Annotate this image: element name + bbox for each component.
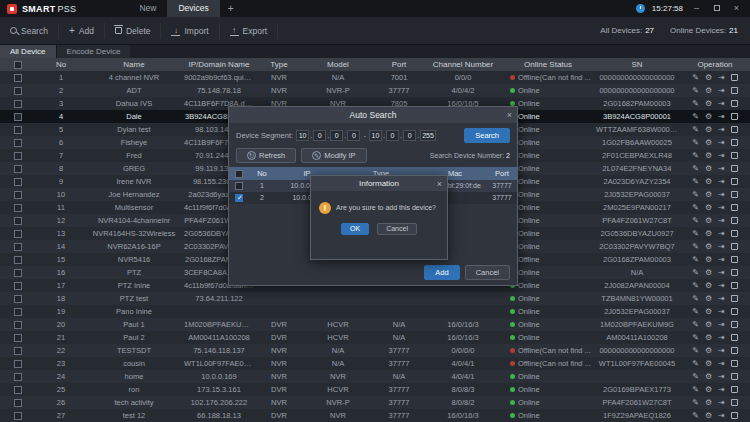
- edit-icon[interactable]: ✎: [692, 99, 699, 108]
- logout-icon[interactable]: ⇥: [718, 216, 725, 225]
- settings-icon[interactable]: ⚙: [705, 242, 712, 251]
- settings-icon[interactable]: ⚙: [705, 307, 712, 316]
- logout-icon[interactable]: ⇥: [718, 333, 725, 342]
- delete-icon[interactable]: [731, 230, 738, 237]
- delete-icon[interactable]: [731, 100, 738, 107]
- logout-icon[interactable]: ⇥: [718, 112, 725, 121]
- cancel-button[interactable]: Cancel: [377, 223, 417, 235]
- row-checkbox[interactable]: [14, 412, 22, 420]
- close-icon[interactable]: ×: [507, 107, 512, 123]
- delete-icon[interactable]: [731, 399, 738, 406]
- logout-icon[interactable]: ⇥: [718, 151, 725, 160]
- import-button[interactable]: ↓Import: [161, 23, 219, 39]
- logout-icon[interactable]: ⇥: [718, 346, 725, 355]
- settings-icon[interactable]: ⚙: [705, 190, 712, 199]
- tab-encode-device[interactable]: Encode Device: [56, 45, 131, 58]
- edit-icon[interactable]: ✎: [692, 268, 699, 277]
- settings-icon[interactable]: ⚙: [705, 73, 712, 82]
- delete-icon[interactable]: [731, 373, 738, 380]
- delete-icon[interactable]: [731, 191, 738, 198]
- logout-icon[interactable]: ⇥: [718, 268, 725, 277]
- settings-icon[interactable]: ⚙: [705, 164, 712, 173]
- delete-icon[interactable]: [731, 87, 738, 94]
- segment-search-button[interactable]: Search: [464, 128, 510, 143]
- logout-icon[interactable]: ⇥: [718, 255, 725, 264]
- logout-icon[interactable]: ⇥: [718, 203, 725, 212]
- row-checkbox[interactable]: [14, 256, 22, 264]
- cancel-search-button[interactable]: Cancel: [465, 265, 510, 280]
- settings-icon[interactable]: ⚙: [705, 203, 712, 212]
- settings-icon[interactable]: ⚙: [705, 359, 712, 368]
- edit-icon[interactable]: ✎: [692, 216, 699, 225]
- refresh-button[interactable]: ↻Refresh: [236, 148, 296, 163]
- row-checkbox[interactable]: [14, 126, 22, 134]
- row-checkbox[interactable]: [14, 165, 22, 173]
- delete-icon[interactable]: [731, 386, 738, 393]
- settings-icon[interactable]: ⚙: [705, 125, 712, 134]
- table-row[interactable]: 21Paul 2AM00411A100208DVRHCVRN/A16/0/16/…: [0, 331, 750, 344]
- ip-octet-input[interactable]: 0: [313, 130, 326, 141]
- edit-icon[interactable]: ✎: [692, 346, 699, 355]
- edit-icon[interactable]: ✎: [692, 190, 699, 199]
- delete-icon[interactable]: [731, 282, 738, 289]
- row-checkbox[interactable]: [14, 282, 22, 290]
- table-row[interactable]: 18PTZ test73.64.211.122OnlineTZB4MN81YW0…: [0, 292, 750, 305]
- close-button[interactable]: ×: [730, 0, 743, 17]
- edit-icon[interactable]: ✎: [692, 229, 699, 238]
- row-checkbox[interactable]: [14, 360, 22, 368]
- delete-button[interactable]: Delete: [105, 23, 162, 39]
- row-checkbox[interactable]: [14, 321, 22, 329]
- ip-octet-input[interactable]: 10: [296, 130, 309, 141]
- add-device-button[interactable]: Add: [424, 265, 459, 280]
- edit-icon[interactable]: ✎: [692, 177, 699, 186]
- table-row[interactable]: 22TESTSDT75.146.118.137NVRN/A377770/0/0/…: [0, 344, 750, 357]
- settings-icon[interactable]: ⚙: [705, 411, 712, 420]
- row-checkbox[interactable]: [14, 308, 22, 316]
- result-checkbox[interactable]: [235, 194, 243, 202]
- edit-icon[interactable]: ✎: [692, 125, 699, 134]
- delete-icon[interactable]: [731, 217, 738, 224]
- table-row[interactable]: 23cousinWT1L00F97FAE00045NVRN/A377774/0/…: [0, 357, 750, 370]
- row-checkbox[interactable]: [14, 295, 22, 303]
- edit-icon[interactable]: ✎: [692, 385, 699, 394]
- row-checkbox[interactable]: [14, 230, 22, 238]
- delete-icon[interactable]: [731, 139, 738, 146]
- settings-icon[interactable]: ⚙: [705, 112, 712, 121]
- delete-icon[interactable]: [731, 334, 738, 341]
- settings-icon[interactable]: ⚙: [705, 346, 712, 355]
- edit-icon[interactable]: ✎: [692, 320, 699, 329]
- delete-icon[interactable]: [731, 204, 738, 211]
- ip-octet-input[interactable]: 0: [347, 130, 360, 141]
- delete-icon[interactable]: [731, 152, 738, 159]
- add-button[interactable]: +Add: [59, 23, 105, 39]
- edit-icon[interactable]: ✎: [692, 203, 699, 212]
- row-checkbox[interactable]: [14, 386, 22, 394]
- row-checkbox[interactable]: [14, 334, 22, 342]
- delete-icon[interactable]: [731, 74, 738, 81]
- edit-icon[interactable]: ✎: [692, 359, 699, 368]
- settings-icon[interactable]: ⚙: [705, 333, 712, 342]
- row-checkbox[interactable]: [14, 152, 22, 160]
- edit-icon[interactable]: ✎: [692, 294, 699, 303]
- settings-icon[interactable]: ⚙: [705, 86, 712, 95]
- ip-octet-input[interactable]: 0: [330, 130, 343, 141]
- settings-icon[interactable]: ⚙: [705, 281, 712, 290]
- edit-icon[interactable]: ✎: [692, 307, 699, 316]
- delete-icon[interactable]: [731, 295, 738, 302]
- delete-icon[interactable]: [731, 412, 738, 419]
- logout-icon[interactable]: ⇥: [718, 372, 725, 381]
- table-row[interactable]: 25ron173.15.3.161DVRHCVR377778/0/8/3Onli…: [0, 383, 750, 396]
- edit-icon[interactable]: ✎: [692, 138, 699, 147]
- settings-icon[interactable]: ⚙: [705, 320, 712, 329]
- logout-icon[interactable]: ⇥: [718, 294, 725, 303]
- table-row[interactable]: 27test 1266.188.18.13DVRNVR3777716/0/16/…: [0, 409, 750, 422]
- tab-devices[interactable]: Devices: [167, 0, 219, 17]
- table-row[interactable]: 26tech activity102.176.206.222NVRNVR-P37…: [0, 396, 750, 409]
- settings-icon[interactable]: ⚙: [705, 294, 712, 303]
- logout-icon[interactable]: ⇥: [718, 242, 725, 251]
- maximize-button[interactable]: [710, 0, 723, 17]
- table-row[interactable]: 20Paul 11M020BPFAEKUM9GDVRHCVRN/A16/0/16…: [0, 318, 750, 331]
- row-checkbox[interactable]: [14, 204, 22, 212]
- logout-icon[interactable]: ⇥: [718, 359, 725, 368]
- settings-icon[interactable]: ⚙: [705, 398, 712, 407]
